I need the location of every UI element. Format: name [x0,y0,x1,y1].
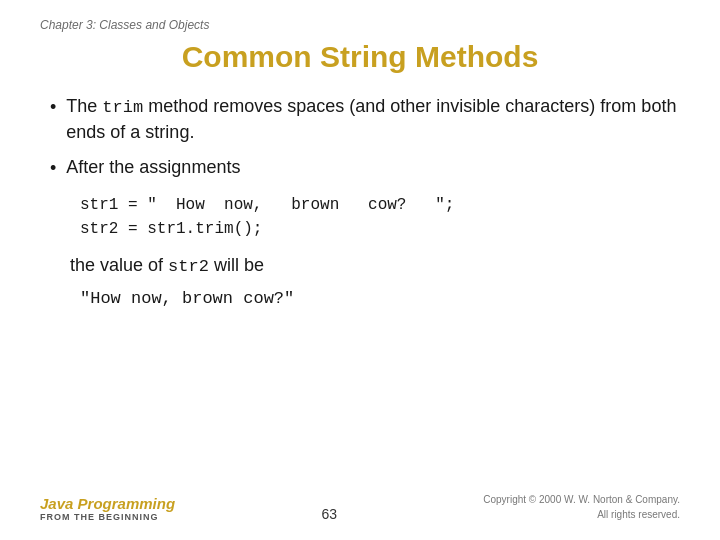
footer-copyright-line1: Copyright © 2000 W. W. Norton & Company. [483,494,680,505]
bullet-1: • The trim method removes spaces (and ot… [50,94,680,145]
bullet-1-text: The trim method removes spaces (and othe… [66,94,680,145]
footer-brand: Java Programming FROM THE BEGINNING [40,495,175,522]
code-line-2: str2 = str1.trim(); [80,217,680,241]
footer-page-number: 63 [321,506,337,522]
bullet-2: • After the assignments [50,155,680,181]
main-title: Common String Methods [40,40,680,74]
str2-code: str2 [168,257,209,276]
bullet-dot-2: • [50,156,56,181]
content-area: • The trim method removes spaces (and ot… [40,94,680,308]
bullet-dot-1: • [50,95,56,120]
footer: Java Programming FROM THE BEGINNING 63 C… [40,492,680,522]
page: Chapter 3: Classes and Objects Common St… [0,0,720,540]
value-description: the value of str2 will be [70,253,680,279]
value-result: "How now, brown cow?" [80,289,680,308]
bullet-2-text: After the assignments [66,155,240,180]
footer-java-label: Java Programming [40,495,175,512]
chapter-label: Chapter 3: Classes and Objects [40,18,680,32]
code-line-1: str1 = " How now, brown cow? "; [80,193,680,217]
trim-code: trim [102,98,143,117]
footer-sub-label: FROM THE BEGINNING [40,512,175,522]
code-block: str1 = " How now, brown cow? "; str2 = s… [80,193,680,241]
footer-copyright-line2: All rights reserved. [597,509,680,520]
footer-copyright: Copyright © 2000 W. W. Norton & Company.… [483,492,680,522]
